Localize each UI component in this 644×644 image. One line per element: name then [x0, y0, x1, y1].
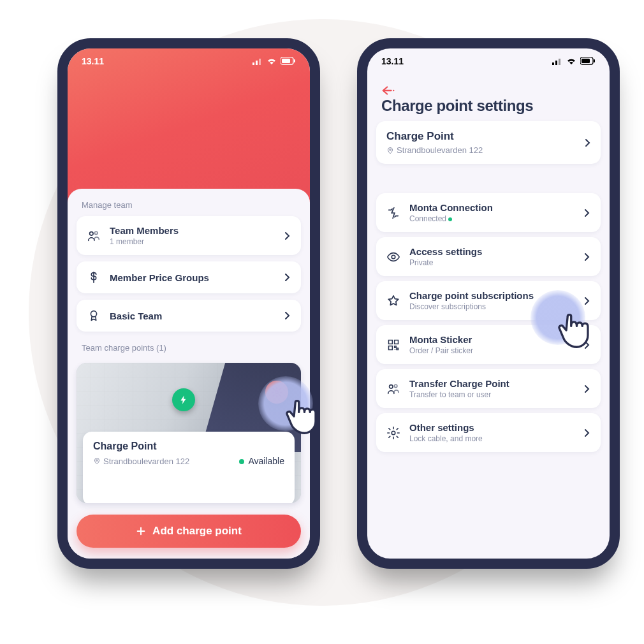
chevron-right-icon	[283, 311, 291, 320]
row-title: Access settings	[409, 246, 574, 257]
bolt-icon	[179, 395, 189, 405]
svg-point-20	[392, 255, 395, 259]
row-sub: Transfer to team or user	[409, 390, 574, 399]
phone-settings: 13.11 Charge point settings Charge Point…	[357, 38, 620, 569]
charge-point-address: Strandboulevarden 122	[103, 457, 189, 466]
svg-point-7	[90, 231, 94, 235]
monta-sticker-row[interactable]: Monta Sticker Order / Pair sticker	[376, 325, 601, 364]
battery-icon	[281, 57, 296, 65]
svg-point-19	[390, 149, 392, 150]
svg-rect-22	[395, 340, 399, 344]
people-icon	[386, 382, 400, 396]
signal-icon	[552, 58, 562, 65]
svg-rect-12	[552, 62, 554, 65]
svg-rect-17	[594, 59, 595, 62]
connection-icon	[386, 206, 400, 220]
back-arrow-icon[interactable]	[381, 85, 395, 96]
phone-friends: 13.11 Friends Team wallet Manage team	[57, 38, 320, 569]
svg-point-26	[392, 431, 395, 435]
map-gear-button[interactable]	[265, 381, 288, 404]
chevron-right-icon	[583, 340, 590, 349]
chevron-right-icon	[283, 273, 291, 282]
price-groups-title: Member Price Groups	[110, 272, 274, 283]
svg-rect-21	[389, 340, 393, 344]
battery-icon	[580, 57, 596, 65]
badge-icon	[87, 309, 101, 323]
plus-icon	[136, 526, 146, 536]
team-members-sub: 1 member	[110, 237, 274, 246]
row-sub: Lock cable, and more	[409, 434, 574, 443]
price-groups-card[interactable]: Member Price Groups	[77, 261, 301, 293]
star-icon	[386, 294, 400, 308]
chevron-right-icon	[583, 209, 590, 217]
svg-rect-0	[252, 62, 254, 65]
svg-rect-1	[256, 61, 258, 65]
team-members-title: Team Members	[110, 225, 274, 236]
status-dot-icon	[239, 459, 244, 464]
status-bar: 13.11	[367, 48, 610, 74]
svg-point-8	[94, 231, 97, 234]
people-icon	[87, 229, 101, 243]
wifi-icon	[566, 57, 576, 65]
access-settings-row[interactable]: Access settings Private	[376, 237, 601, 276]
eye-icon	[386, 250, 400, 264]
signal-icon	[252, 58, 263, 65]
status-icons	[252, 57, 296, 65]
row-sub: Private	[409, 258, 574, 267]
location-icon	[386, 146, 394, 155]
row-title: Other settings	[409, 422, 574, 433]
page-title: Charge point settings	[367, 97, 610, 121]
chevron-right-icon	[583, 252, 590, 261]
charge-point-info: Charge Point Strandboulevarden 122 Avail…	[83, 432, 295, 503]
row-title: Monta Connection	[409, 202, 574, 213]
row-title: Charge point subscriptions	[409, 290, 574, 301]
monta-connection-row[interactable]: Monta Connection Connected	[376, 193, 601, 232]
svg-point-10	[275, 391, 279, 394]
svg-rect-16	[582, 59, 590, 63]
svg-point-11	[96, 460, 98, 462]
add-charge-point-button[interactable]: Add charge point	[77, 515, 301, 548]
status-bar: 13.11	[68, 48, 310, 74]
other-settings-row[interactable]: Other settings Lock cable, and more	[376, 413, 601, 452]
subscriptions-row[interactable]: Charge point subscriptions Discover subs…	[376, 281, 601, 320]
team-members-card[interactable]: Team Members 1 member	[77, 216, 301, 255]
svg-rect-4	[282, 59, 290, 63]
chevron-right-icon	[283, 231, 291, 240]
row-sub: Connected	[409, 214, 574, 223]
svg-point-25	[394, 384, 397, 387]
chevron-right-icon	[584, 138, 590, 147]
row-sub: Discover subscriptions	[409, 302, 574, 311]
chevron-right-icon	[583, 296, 590, 305]
charge-point-name: Charge Point	[386, 130, 590, 143]
gear-icon	[386, 426, 400, 440]
chevron-right-icon	[583, 384, 590, 393]
charge-point-address: Strandboulevarden 122	[397, 145, 483, 155]
add-button-label: Add charge point	[152, 525, 242, 538]
charge-point-card[interactable]: Charge Point Strandboulevarden 122 Avail…	[77, 363, 301, 503]
row-title: Transfer Charge Point	[409, 378, 574, 389]
charge-point-header-card[interactable]: Charge Point Strandboulevarden 122	[376, 121, 601, 164]
charge-point-name: Charge Point	[93, 441, 284, 452]
dollar-icon	[87, 270, 101, 284]
status-time: 13.11	[82, 56, 104, 66]
svg-rect-23	[389, 346, 393, 349]
status-dot-icon	[448, 217, 452, 221]
svg-rect-13	[555, 61, 557, 65]
qr-icon	[386, 339, 400, 351]
row-sub: Order / Pair sticker	[409, 346, 574, 355]
wifi-icon	[267, 57, 277, 65]
svg-rect-14	[559, 59, 560, 65]
status-icons	[552, 57, 596, 65]
chevron-right-icon	[583, 428, 590, 437]
svg-point-18	[393, 90, 394, 91]
svg-rect-2	[259, 59, 261, 65]
gear-icon	[271, 386, 282, 398]
manage-team-label: Manage team	[68, 189, 310, 216]
basic-team-card[interactable]: Basic Team	[77, 300, 301, 332]
map-pin-available	[172, 388, 195, 411]
transfer-row[interactable]: Transfer Charge Point Transfer to team o…	[376, 369, 601, 408]
charge-points-label: Team charge points (1)	[68, 332, 310, 359]
basic-team-title: Basic Team	[110, 311, 274, 321]
location-icon	[93, 457, 101, 465]
row-title: Monta Sticker	[409, 334, 574, 345]
